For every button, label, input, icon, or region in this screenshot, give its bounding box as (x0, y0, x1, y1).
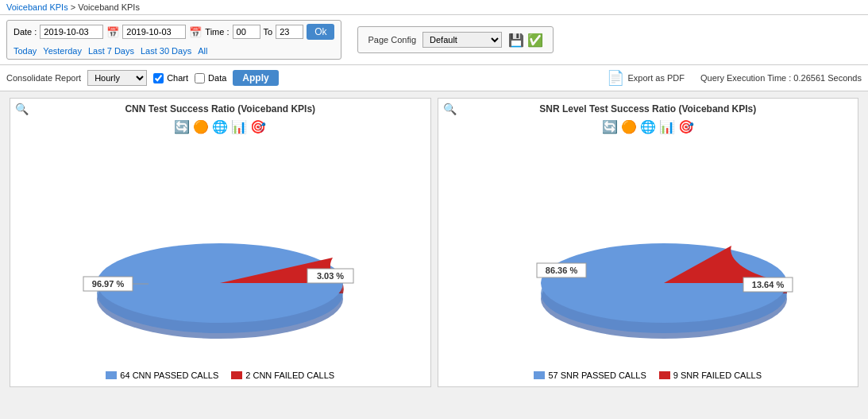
hourly-select[interactable]: Hourly Daily Weekly Monthly (87, 70, 147, 86)
page-config-label: Page Config (368, 35, 416, 45)
chart1-zoom-icon[interactable]: 🔍 (15, 103, 29, 115)
date-from-input[interactable] (40, 25, 103, 39)
chart2-legend-fail: 9 SNR FAILED CALLS (659, 371, 762, 380)
svg-text:13.64 %: 13.64 % (752, 280, 785, 289)
check-config-icon[interactable]: ✅ (527, 33, 543, 48)
date-links: Today Yesterday Last 7 Days Last 30 Days… (14, 46, 334, 56)
chart2-svg: 86.36 % 13.64 % (497, 160, 799, 343)
chart2-fail-color (659, 371, 670, 379)
chart1-legend: 64 CNN PASSED CALLS 2 CNN FAILED CALLS (106, 364, 334, 386)
chart1-icons: 🔄 🟠 🌐 📊 🎯 (174, 119, 266, 134)
query-time: Query Execution Time : 0.26561 Seconds (700, 73, 862, 83)
chart1-pass-color (106, 371, 117, 379)
date-label: Date : (14, 27, 37, 37)
chart2-fail-label: 9 SNR FAILED CALLS (673, 371, 762, 380)
pdf-icon: 📄 (607, 69, 624, 87)
cal-icon-from[interactable]: 📅 (106, 26, 119, 38)
svg-text:86.36 %: 86.36 % (546, 266, 578, 275)
yesterday-link[interactable]: Yesterday (43, 46, 82, 56)
breadcrumb-parent[interactable]: Voiceband KPIs (6, 2, 68, 12)
export-label: Export as PDF (627, 73, 685, 83)
chart2-icon4[interactable]: 📊 (659, 119, 675, 134)
toolbar-left: Consolidate Report Hourly Daily Weekly M… (6, 70, 279, 86)
apply-button[interactable]: Apply (233, 70, 278, 86)
all-link[interactable]: All (198, 46, 207, 56)
svg-text:3.03 %: 3.03 % (317, 271, 344, 281)
breadcrumb-current: Voiceband KPIs (78, 2, 140, 12)
time-to-input[interactable] (276, 25, 303, 39)
export-pdf-button[interactable]: 📄 Export as PDF (607, 69, 685, 87)
chart1-icon1[interactable]: 🔄 (174, 119, 190, 134)
chart1-legend-pass: 64 CNN PASSED CALLS (106, 371, 218, 380)
consolidate-label: Consolidate Report (6, 73, 81, 83)
chart2-icon1[interactable]: 🔄 (602, 119, 618, 134)
date-section: Date : 📅 📅 Time : To Ok Today Yesterday … (6, 20, 341, 60)
data-checkbox-group: Data (195, 73, 226, 83)
date-to-input[interactable] (122, 25, 186, 39)
chart-checkbox[interactable] (153, 73, 164, 83)
chart1-icon5[interactable]: 🎯 (250, 119, 266, 134)
toolbar-right: 📄 Export as PDF Query Execution Time : 0… (607, 69, 862, 87)
data-label: Data (208, 73, 226, 83)
chart-label: Chart (167, 73, 188, 83)
toolbar: Consolidate Report Hourly Daily Weekly M… (0, 65, 868, 91)
cal-icon-to[interactable]: 📅 (189, 26, 202, 38)
chart2-title: SNR Level Test Success Ratio (Voiceband … (539, 103, 756, 114)
save-config-icon[interactable]: 💾 (508, 33, 524, 48)
chart1-pass-label: 64 CNN PASSED CALLS (120, 371, 218, 380)
chart2-legend-pass: 57 SNR PASSED CALLS (534, 371, 646, 380)
chart2-icon3[interactable]: 🌐 (640, 119, 656, 134)
chart1-legend-fail: 2 CNN FAILED CALLS (231, 371, 334, 380)
time-to-label: To (264, 27, 273, 37)
chart2-pie-area: 86.36 % 13.64 % (438, 138, 858, 364)
chart1-svg: 96.97 % 3.03 % (69, 160, 371, 343)
last30-link[interactable]: Last 30 Days (141, 46, 191, 56)
chart1-fail-color (231, 371, 242, 379)
chart2-zoom-icon[interactable]: 🔍 (443, 103, 457, 115)
chart1-icon4[interactable]: 📊 (231, 119, 247, 134)
charts-container: 🔍 CNN Test Success Ratio (Voiceband KPIs… (0, 91, 868, 394)
time-from-input[interactable] (233, 25, 260, 39)
chart2-title-bar: 🔍 SNR Level Test Success Ratio (Voiceban… (438, 99, 858, 116)
chart1-pie-area: 96.97 % 3.03 % (10, 138, 430, 364)
chart1-title-bar: 🔍 CNN Test Success Ratio (Voiceband KPIs… (10, 99, 430, 116)
ok-button[interactable]: Ok (307, 24, 334, 40)
page-config-select[interactable]: Default (422, 32, 502, 48)
chart1-icon2[interactable]: 🟠 (193, 119, 209, 134)
page-config-icons: 💾 ✅ (508, 33, 543, 48)
chart2-legend: 57 SNR PASSED CALLS 9 SNR FAILED CALLS (534, 364, 762, 386)
chart2-pass-label: 57 SNR PASSED CALLS (548, 371, 646, 380)
chart2-pass-color (534, 371, 545, 379)
chart1-title: CNN Test Success Ratio (Voiceband KPIs) (125, 103, 315, 114)
last7-link[interactable]: Last 7 Days (88, 46, 134, 56)
top-bar: Date : 📅 📅 Time : To Ok Today Yesterday … (0, 15, 868, 65)
chart2-icon5[interactable]: 🎯 (678, 119, 694, 134)
chart2-icons: 🔄 🟠 🌐 📊 🎯 (602, 119, 694, 134)
page-config-section: Page Config Default 💾 ✅ (357, 26, 554, 53)
svg-text:96.97 %: 96.97 % (92, 279, 125, 289)
chart2-icon2[interactable]: 🟠 (621, 119, 637, 134)
chart-checkbox-group: Chart (153, 73, 188, 83)
breadcrumb: Voiceband KPIs > Voiceband KPIs (0, 0, 868, 15)
chart1-panel: 🔍 CNN Test Success Ratio (Voiceband KPIs… (10, 98, 431, 387)
today-link[interactable]: Today (14, 46, 37, 56)
chart2-panel: 🔍 SNR Level Test Success Ratio (Voiceban… (438, 98, 859, 387)
data-checkbox[interactable] (195, 73, 205, 83)
chart1-icon3[interactable]: 🌐 (212, 119, 228, 134)
breadcrumb-separator: > (71, 2, 78, 12)
chart1-fail-label: 2 CNN FAILED CALLS (245, 371, 334, 380)
time-label: Time : (205, 27, 229, 37)
